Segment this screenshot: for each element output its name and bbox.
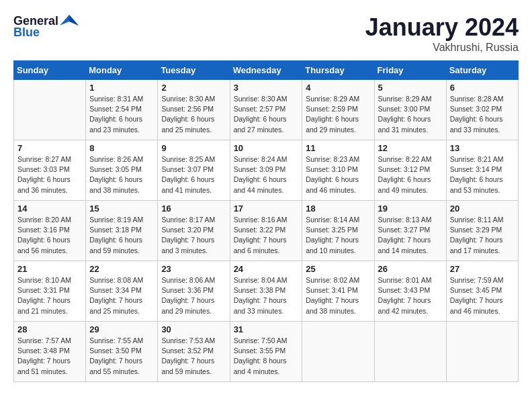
logo: General Blue bbox=[13, 13, 79, 40]
title-block: January 2024 Vakhrushi, Russia bbox=[365, 13, 519, 54]
calendar-cell: 31Sunrise: 7:50 AM Sunset: 3:55 PM Dayli… bbox=[230, 322, 302, 382]
calendar-title: January 2024 bbox=[365, 13, 519, 42]
day-number: 10 bbox=[234, 143, 299, 153]
day-number: 18 bbox=[306, 203, 370, 214]
calendar-cell: 11Sunrise: 8:23 AM Sunset: 3:10 PM Dayli… bbox=[302, 140, 374, 201]
calendar-cell: 8Sunrise: 8:26 AM Sunset: 3:05 PM Daylig… bbox=[86, 140, 158, 201]
calendar-cell: 5Sunrise: 8:29 AM Sunset: 3:00 PM Daylig… bbox=[374, 80, 446, 140]
day-number: 7 bbox=[17, 143, 82, 153]
calendar-cell: 26Sunrise: 8:01 AM Sunset: 3:43 PM Dayli… bbox=[374, 261, 446, 322]
day-info: Sunrise: 8:30 AM Sunset: 2:56 PM Dayligh… bbox=[161, 94, 226, 135]
day-info: Sunrise: 8:22 AM Sunset: 3:12 PM Dayligh… bbox=[378, 154, 443, 195]
day-number: 15 bbox=[89, 203, 154, 214]
day-of-week-header: Saturday bbox=[446, 61, 518, 80]
calendar-cell: 13Sunrise: 8:21 AM Sunset: 3:14 PM Dayli… bbox=[446, 140, 518, 201]
calendar-cell: 18Sunrise: 8:14 AM Sunset: 3:25 PM Dayli… bbox=[302, 201, 374, 261]
day-number: 22 bbox=[89, 264, 154, 274]
day-info: Sunrise: 8:06 AM Sunset: 3:36 PM Dayligh… bbox=[161, 275, 226, 316]
calendar-cell: 28Sunrise: 7:57 AM Sunset: 3:48 PM Dayli… bbox=[14, 322, 86, 382]
calendar-week-row: 7Sunrise: 8:27 AM Sunset: 3:03 PM Daylig… bbox=[14, 140, 519, 201]
day-info: Sunrise: 7:55 AM Sunset: 3:50 PM Dayligh… bbox=[89, 336, 154, 377]
day-number: 27 bbox=[450, 264, 515, 274]
day-info: Sunrise: 7:57 AM Sunset: 3:48 PM Dayligh… bbox=[17, 336, 82, 377]
day-number: 19 bbox=[378, 203, 443, 214]
calendar-week-row: 28Sunrise: 7:57 AM Sunset: 3:48 PM Dayli… bbox=[14, 322, 519, 382]
day-info: Sunrise: 8:19 AM Sunset: 3:18 PM Dayligh… bbox=[89, 215, 154, 256]
calendar-cell: 2Sunrise: 8:30 AM Sunset: 2:56 PM Daylig… bbox=[158, 80, 230, 140]
day-of-week-header: Friday bbox=[374, 61, 446, 80]
calendar-week-row: 1Sunrise: 8:31 AM Sunset: 2:54 PM Daylig… bbox=[14, 80, 519, 140]
calendar-week-row: 14Sunrise: 8:20 AM Sunset: 3:16 PM Dayli… bbox=[14, 201, 519, 261]
day-number: 5 bbox=[378, 83, 443, 93]
calendar-cell: 30Sunrise: 7:53 AM Sunset: 3:52 PM Dayli… bbox=[158, 322, 230, 382]
calendar-cell: 15Sunrise: 8:19 AM Sunset: 3:18 PM Dayli… bbox=[86, 201, 158, 261]
logo-blue-text: Blue bbox=[13, 26, 40, 40]
day-info: Sunrise: 8:04 AM Sunset: 3:38 PM Dayligh… bbox=[234, 275, 299, 316]
calendar-cell: 6Sunrise: 8:28 AM Sunset: 3:02 PM Daylig… bbox=[446, 80, 518, 140]
day-info: Sunrise: 8:20 AM Sunset: 3:16 PM Dayligh… bbox=[17, 215, 82, 256]
day-number: 11 bbox=[306, 143, 370, 153]
day-number: 14 bbox=[17, 203, 82, 214]
day-info: Sunrise: 8:26 AM Sunset: 3:05 PM Dayligh… bbox=[89, 154, 154, 195]
calendar-cell: 29Sunrise: 7:55 AM Sunset: 3:50 PM Dayli… bbox=[86, 322, 158, 382]
day-number: 6 bbox=[450, 83, 515, 93]
day-number: 1 bbox=[89, 83, 154, 93]
day-info: Sunrise: 8:27 AM Sunset: 3:03 PM Dayligh… bbox=[17, 154, 82, 195]
day-number: 26 bbox=[378, 264, 443, 274]
day-info: Sunrise: 8:28 AM Sunset: 3:02 PM Dayligh… bbox=[450, 94, 515, 135]
day-info: Sunrise: 8:25 AM Sunset: 3:07 PM Dayligh… bbox=[161, 154, 226, 195]
calendar-cell: 23Sunrise: 8:06 AM Sunset: 3:36 PM Dayli… bbox=[158, 261, 230, 322]
day-number: 12 bbox=[378, 143, 443, 153]
day-info: Sunrise: 8:24 AM Sunset: 3:09 PM Dayligh… bbox=[234, 154, 299, 195]
calendar-cell bbox=[446, 322, 518, 382]
day-number: 13 bbox=[450, 143, 515, 153]
day-number: 8 bbox=[89, 143, 154, 153]
calendar-cell: 21Sunrise: 8:10 AM Sunset: 3:31 PM Dayli… bbox=[14, 261, 86, 322]
calendar-header-row: SundayMondayTuesdayWednesdayThursdayFrid… bbox=[14, 61, 519, 80]
svg-marker-1 bbox=[69, 15, 79, 26]
calendar-cell: 16Sunrise: 8:17 AM Sunset: 3:20 PM Dayli… bbox=[158, 201, 230, 261]
calendar-cell: 19Sunrise: 8:13 AM Sunset: 3:27 PM Dayli… bbox=[374, 201, 446, 261]
day-info: Sunrise: 8:29 AM Sunset: 2:59 PM Dayligh… bbox=[306, 94, 370, 135]
day-number: 20 bbox=[450, 203, 515, 214]
day-info: Sunrise: 7:59 AM Sunset: 3:45 PM Dayligh… bbox=[450, 275, 515, 316]
calendar-cell: 3Sunrise: 8:30 AM Sunset: 2:57 PM Daylig… bbox=[230, 80, 302, 140]
calendar-cell: 1Sunrise: 8:31 AM Sunset: 2:54 PM Daylig… bbox=[86, 80, 158, 140]
day-number: 28 bbox=[17, 324, 82, 334]
day-info: Sunrise: 8:10 AM Sunset: 3:31 PM Dayligh… bbox=[17, 275, 82, 316]
day-number: 21 bbox=[17, 264, 82, 274]
day-number: 31 bbox=[234, 324, 299, 334]
day-number: 2 bbox=[161, 83, 226, 93]
calendar-cell: 25Sunrise: 8:02 AM Sunset: 3:41 PM Dayli… bbox=[302, 261, 374, 322]
day-info: Sunrise: 8:21 AM Sunset: 3:14 PM Dayligh… bbox=[450, 154, 515, 195]
day-number: 25 bbox=[306, 264, 370, 274]
day-info: Sunrise: 8:14 AM Sunset: 3:25 PM Dayligh… bbox=[306, 215, 370, 256]
day-info: Sunrise: 8:01 AM Sunset: 3:43 PM Dayligh… bbox=[378, 275, 443, 316]
day-number: 29 bbox=[89, 324, 154, 334]
day-of-week-header: Sunday bbox=[14, 61, 86, 80]
day-of-week-header: Tuesday bbox=[158, 61, 230, 80]
calendar-cell: 4Sunrise: 8:29 AM Sunset: 2:59 PM Daylig… bbox=[302, 80, 374, 140]
day-number: 3 bbox=[234, 83, 299, 93]
day-number: 24 bbox=[234, 264, 299, 274]
calendar-cell bbox=[14, 80, 86, 140]
day-info: Sunrise: 8:08 AM Sunset: 3:34 PM Dayligh… bbox=[89, 275, 154, 316]
day-info: Sunrise: 7:50 AM Sunset: 3:55 PM Dayligh… bbox=[234, 336, 299, 377]
day-info: Sunrise: 8:13 AM Sunset: 3:27 PM Dayligh… bbox=[378, 215, 443, 256]
logo-bird-icon bbox=[60, 13, 79, 28]
calendar-cell bbox=[302, 322, 374, 382]
day-of-week-header: Thursday bbox=[302, 61, 374, 80]
day-number: 4 bbox=[306, 83, 370, 93]
day-info: Sunrise: 8:29 AM Sunset: 3:00 PM Dayligh… bbox=[378, 94, 443, 135]
page-header: General Blue January 2024 Vakhrushi, Rus… bbox=[13, 13, 519, 54]
day-number: 9 bbox=[161, 143, 226, 153]
calendar-cell: 9Sunrise: 8:25 AM Sunset: 3:07 PM Daylig… bbox=[158, 140, 230, 201]
calendar-subtitle: Vakhrushi, Russia bbox=[365, 42, 519, 54]
day-info: Sunrise: 8:17 AM Sunset: 3:20 PM Dayligh… bbox=[161, 215, 226, 256]
calendar-cell: 27Sunrise: 7:59 AM Sunset: 3:45 PM Dayli… bbox=[446, 261, 518, 322]
calendar-cell: 14Sunrise: 8:20 AM Sunset: 3:16 PM Dayli… bbox=[14, 201, 86, 261]
day-info: Sunrise: 8:16 AM Sunset: 3:22 PM Dayligh… bbox=[234, 215, 299, 256]
calendar-cell: 22Sunrise: 8:08 AM Sunset: 3:34 PM Dayli… bbox=[86, 261, 158, 322]
day-number: 30 bbox=[161, 324, 226, 334]
day-of-week-header: Wednesday bbox=[230, 61, 302, 80]
